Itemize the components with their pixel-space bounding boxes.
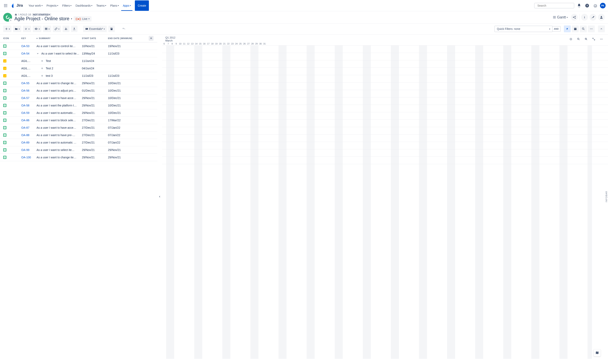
gantt-row[interactable] (162, 75, 608, 83)
table-row[interactable]: OA-86As a user I want to block selecte…2… (0, 117, 157, 124)
gantt-row[interactable] (162, 149, 608, 157)
sort-button[interactable]: ▾ (23, 26, 31, 32)
user-button[interactable] (598, 14, 605, 21)
col-header-start[interactable]: START DATE (82, 37, 108, 39)
gantt-row[interactable] (162, 142, 608, 149)
table-row[interactable]: OA-53As a user I want to control item …1… (0, 42, 157, 50)
expand-icon[interactable] (37, 52, 39, 55)
link-button[interactable]: ▾ (53, 26, 61, 32)
gantt-row[interactable] (162, 157, 608, 164)
nav-teams[interactable]: Teams▾ (95, 0, 108, 11)
col-header-end[interactable]: END DATE [MINIMUM] (108, 37, 148, 39)
gantt-row[interactable] (162, 83, 608, 90)
gantt-row[interactable] (162, 90, 608, 97)
export-button[interactable] (71, 26, 77, 32)
issue-key[interactable]: OA-57 (21, 96, 29, 100)
zoom-out-button[interactable] (575, 36, 582, 42)
breadcrumb-project[interactable]: AGILE-16 (20, 13, 31, 16)
help-icon[interactable]: ? (584, 2, 590, 9)
gantt-row[interactable] (162, 60, 608, 68)
table-row[interactable]: OA-54As a user I want to select items f…… (0, 50, 157, 57)
nav-projects[interactable]: Projects▾ (45, 0, 60, 11)
search-field[interactable] (537, 4, 572, 7)
calendar-button[interactable] (572, 26, 579, 32)
issue-key[interactable]: OA-58 (21, 104, 29, 107)
table-row[interactable]: OA-55As a user I want to change item …29… (0, 79, 157, 87)
infobar-toggle[interactable]: INFOBAR (605, 189, 608, 204)
gantt-row[interactable] (162, 134, 608, 142)
issue-key[interactable]: OA-88 (21, 133, 29, 137)
nav-dashboards[interactable]: Dashboards▾ (74, 0, 94, 11)
chart-more-button[interactable] (598, 36, 605, 42)
col-header-icon[interactable]: ICON (3, 37, 21, 39)
issue-key[interactable]: OA-59 (21, 111, 29, 115)
gantt-row[interactable] (162, 68, 608, 75)
nav-filters[interactable]: Filters▾ (61, 0, 73, 11)
share-button[interactable] (571, 14, 578, 21)
layout-button[interactable]: ▾ (43, 26, 51, 32)
nav-your-work[interactable]: Your work▾ (27, 0, 44, 11)
nav-apps[interactable]: Apps▾ (121, 0, 132, 11)
essentials-button[interactable]: Essentials*▾ (83, 26, 107, 32)
more-button[interactable] (588, 26, 595, 32)
issue-key[interactable]: OA-89 (21, 141, 29, 144)
create-button[interactable]: Create (135, 0, 149, 11)
quick-filters-select[interactable]: Quick Filters: none▾ (494, 26, 553, 32)
app-switcher-icon[interactable] (2, 2, 9, 9)
save-button[interactable] (108, 26, 115, 32)
minimap-button[interactable] (594, 349, 601, 356)
table-row[interactable]: OA-89As a user I want to automatic m…27/… (0, 139, 157, 146)
info-button[interactable] (581, 14, 588, 21)
column-settings-button[interactable] (149, 36, 153, 41)
gantt-row[interactable] (162, 46, 608, 53)
table-row[interactable]: OA-87As a user I want to have access …27… (0, 124, 157, 131)
gantt-row[interactable] (162, 127, 608, 134)
notifications-icon[interactable] (576, 2, 582, 9)
table-row[interactable]: AGIL…Test 204/Jun/24 (0, 65, 157, 72)
add-button[interactable]: ▾ (3, 26, 12, 32)
chevron-down-icon[interactable]: ▾ (71, 18, 72, 20)
gantt-row[interactable] (162, 112, 608, 120)
table-row[interactable]: OA-56As a user I want to adjust prices…0… (0, 87, 157, 94)
visibility-button[interactable]: ▾ (33, 26, 41, 32)
status-badge[interactable]: NOT STARTED▾ (32, 13, 51, 16)
issue-key[interactable]: OA-55 (21, 82, 29, 85)
fullscreen-button[interactable] (590, 36, 597, 42)
gantt-row[interactable] (162, 105, 608, 112)
issue-key[interactable]: OA-56 (21, 89, 29, 92)
issue-key[interactable]: OA-86 (21, 119, 29, 122)
home-icon[interactable] (14, 13, 17, 16)
view-selector[interactable]: Gantt ▾ (551, 15, 569, 19)
search-button[interactable] (580, 26, 587, 32)
search-input[interactable] (534, 3, 574, 8)
undo-button[interactable] (120, 26, 127, 32)
issue-key[interactable]: OA-87 (21, 126, 29, 129)
table-row[interactable]: OA-88As a user I want to have pre-defi…2… (0, 131, 157, 139)
settings-icon[interactable] (592, 2, 598, 9)
table-row[interactable]: OA-100As a user I want to change item …2… (0, 154, 157, 161)
jira-logo[interactable]: Jira (9, 3, 25, 8)
people-button[interactable] (63, 26, 69, 32)
issue-key[interactable]: OA-54 (21, 52, 29, 55)
table-row[interactable]: OA-59As a user I want to automatically…2… (0, 109, 157, 117)
gantt-row[interactable] (162, 97, 608, 105)
panel-collapse-button[interactable] (157, 194, 162, 200)
table-row[interactable]: OA-57As a user I want to have access …29… (0, 94, 157, 102)
table-row[interactable]: AGIL…test 311/Jul/2311/Jul/23 (0, 72, 157, 79)
issue-key[interactable]: OA-53 (21, 44, 29, 48)
table-row[interactable]: AGIL…Test11/Jun/24 (0, 57, 157, 65)
col-header-summary[interactable]: ▾ SUMMARY (37, 37, 82, 39)
config-button[interactable] (590, 14, 596, 21)
issue-key[interactable]: OA-99 (21, 148, 29, 152)
table-row[interactable]: OA-99As a user I want to select items f…… (0, 146, 157, 154)
collapse-button[interactable] (598, 26, 605, 32)
folder-button[interactable]: ▾ (13, 26, 21, 32)
gantt-row[interactable] (162, 120, 608, 127)
user-avatar[interactable]: PK (600, 3, 606, 8)
table-row[interactable]: OA-58As a user I want the platform to …2… (0, 102, 157, 109)
col-header-key[interactable]: KEY (21, 37, 37, 39)
star-icon[interactable] (9, 18, 13, 22)
zoom-in-button[interactable] (583, 36, 590, 42)
center-button[interactable] (567, 36, 574, 42)
issue-key[interactable]: OA-100 (21, 156, 31, 159)
